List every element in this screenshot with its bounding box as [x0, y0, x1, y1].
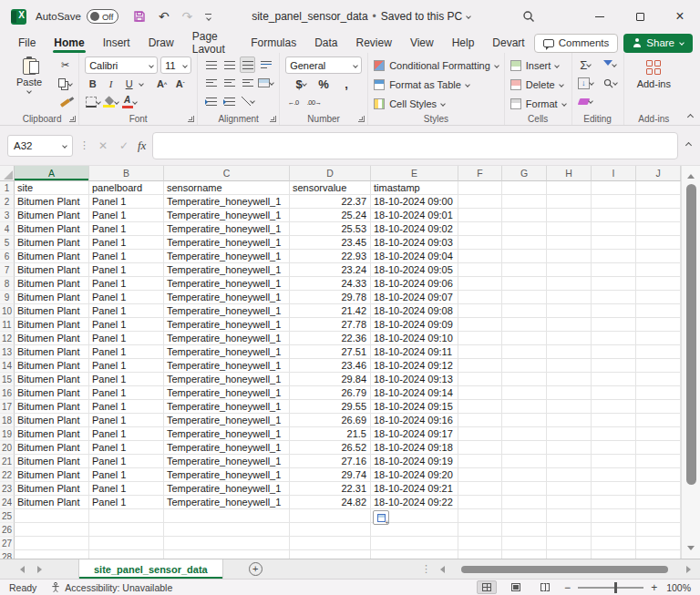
cell-E12[interactable]: 18-10-2024 09:10 — [371, 332, 458, 345]
merge-center-button[interactable] — [258, 75, 273, 91]
cell-G15[interactable] — [502, 373, 547, 386]
maximize-button[interactable] — [620, 0, 660, 33]
cell-J28[interactable] — [636, 550, 681, 559]
cell-I17[interactable] — [592, 400, 636, 414]
cell-B24[interactable]: Panel 1 — [89, 496, 164, 509]
cell-H17[interactable] — [547, 400, 592, 414]
row-header-7[interactable]: 7 — [0, 263, 15, 277]
menu-tab-view[interactable]: View — [401, 33, 443, 53]
cell-B21[interactable]: Panel 1 — [89, 455, 164, 468]
page-layout-view-button[interactable] — [506, 580, 526, 594]
cell-E6[interactable]: 18-10-2024 09:04 — [371, 250, 458, 263]
cell-A6[interactable]: Bitumen Plant — [15, 250, 89, 263]
cell-G10[interactable] — [502, 304, 547, 318]
row-header-25[interactable]: 25 — [0, 509, 15, 523]
menu-tab-file[interactable]: File — [9, 33, 45, 53]
accessibility-status[interactable]: Accessibility: Unavailable — [51, 582, 172, 593]
cell-D23[interactable]: 22.31 — [290, 482, 371, 496]
cell-G12[interactable] — [502, 332, 547, 345]
menu-tab-review[interactable]: Review — [347, 33, 401, 53]
cell-J2[interactable] — [636, 195, 681, 209]
cell-H7[interactable] — [547, 263, 592, 277]
cell-I4[interactable] — [592, 222, 636, 236]
cell-B27[interactable] — [89, 537, 164, 550]
cell-F1[interactable] — [458, 181, 502, 195]
cell-D22[interactable]: 29.74 — [290, 468, 371, 482]
cell-G18[interactable] — [502, 414, 547, 427]
search-button[interactable] — [510, 10, 547, 23]
cell-D12[interactable]: 22.36 — [290, 332, 371, 345]
format-cells-button[interactable]: Format — [510, 95, 566, 112]
cell-E24[interactable]: 18-10-2024 09:22 — [371, 496, 458, 509]
cell-F5[interactable] — [458, 236, 502, 250]
cell-D19[interactable]: 21.5 — [290, 427, 371, 441]
cell-H10[interactable] — [547, 304, 592, 318]
cell-B9[interactable]: Panel 1 — [89, 291, 164, 304]
redo-button[interactable]: ↷ — [182, 10, 193, 23]
insert-cells-button[interactable]: Insert — [510, 56, 566, 74]
cell-H8[interactable] — [547, 277, 592, 291]
cell-B23[interactable]: Panel 1 — [89, 482, 164, 496]
cell-E10[interactable]: 18-10-2024 09:08 — [371, 304, 458, 318]
cell-J11[interactable] — [636, 318, 681, 332]
cell-I16[interactable] — [592, 386, 636, 400]
cell-I9[interactable] — [592, 291, 636, 304]
cell-D21[interactable]: 27.16 — [290, 455, 371, 468]
customize-qat-button[interactable] — [205, 14, 211, 20]
cell-F6[interactable] — [458, 250, 502, 263]
cell-J26[interactable] — [636, 523, 681, 537]
zoom-slider-thumb[interactable] — [614, 582, 617, 593]
cell-H28[interactable] — [547, 550, 592, 559]
cell-E23[interactable]: 18-10-2024 09:21 — [371, 482, 458, 496]
cell-C11[interactable]: Temperatire_honeywell_1 — [164, 318, 290, 332]
cell-J18[interactable] — [636, 414, 681, 427]
cell-H25[interactable] — [547, 509, 592, 523]
cell-D24[interactable]: 24.82 — [290, 496, 371, 509]
cell-F26[interactable] — [458, 523, 502, 537]
align-left-button[interactable] — [203, 75, 219, 91]
cell-H12[interactable] — [547, 332, 592, 345]
cell-A28[interactable] — [15, 550, 89, 559]
increase-decimal-button[interactable]: ←.0 — [285, 94, 301, 110]
cell-E7[interactable]: 18-10-2024 09:05 — [371, 263, 458, 277]
cell-E9[interactable]: 18-10-2024 09:07 — [371, 291, 458, 304]
cell-C15[interactable]: Temperatire_honeywell_1 — [164, 373, 290, 386]
cell-A17[interactable]: Bitumen Plant — [15, 400, 89, 414]
cell-A7[interactable]: Bitumen Plant — [15, 263, 89, 277]
cell-D8[interactable]: 24.33 — [290, 277, 371, 291]
zoom-slider[interactable]: − + — [564, 582, 657, 593]
cell-I8[interactable] — [592, 277, 636, 291]
save-icon[interactable] — [133, 10, 146, 23]
scroll-down-icon[interactable] — [687, 546, 695, 554]
cell-D4[interactable]: 25.53 — [290, 222, 371, 236]
column-header-I[interactable]: I — [592, 166, 636, 181]
sort-filter-button[interactable] — [602, 56, 618, 73]
cell-H3[interactable] — [547, 209, 592, 222]
cell-B13[interactable]: Panel 1 — [89, 345, 164, 359]
cell-G19[interactable] — [502, 427, 547, 441]
cell-E17[interactable]: 18-10-2024 09:15 — [371, 400, 458, 414]
cell-I26[interactable] — [592, 523, 636, 537]
font-name-select[interactable]: Calibri — [85, 56, 158, 74]
cell-H27[interactable] — [547, 537, 592, 550]
cell-C23[interactable]: Temperatire_honeywell_1 — [164, 482, 290, 496]
cell-F18[interactable] — [458, 414, 502, 427]
cell-I14[interactable] — [592, 359, 636, 373]
cell-F22[interactable] — [458, 468, 502, 482]
column-header-C[interactable]: C — [164, 166, 290, 181]
cell-C20[interactable]: Temperatire_honeywell_1 — [164, 441, 290, 455]
cell-H2[interactable] — [547, 195, 592, 209]
number-dialog-launcher[interactable] — [358, 116, 365, 122]
vertical-scrollbar-thumb[interactable] — [686, 184, 696, 485]
cell-C9[interactable]: Temperatire_honeywell_1 — [164, 291, 290, 304]
addins-button[interactable]: Add-ins — [630, 56, 678, 93]
cell-A10[interactable]: Bitumen Plant — [15, 304, 89, 318]
row-header-27[interactable]: 27 — [0, 537, 15, 550]
cell-D6[interactable]: 22.93 — [290, 250, 371, 263]
row-header-28[interactable]: 28 — [0, 550, 15, 559]
cell-F15[interactable] — [458, 373, 502, 386]
cell-B1[interactable]: panelboard — [89, 181, 164, 195]
column-header-H[interactable]: H — [547, 166, 592, 181]
row-header-10[interactable]: 10 — [0, 304, 15, 318]
menu-tab-devart[interactable]: Devart — [483, 33, 533, 53]
